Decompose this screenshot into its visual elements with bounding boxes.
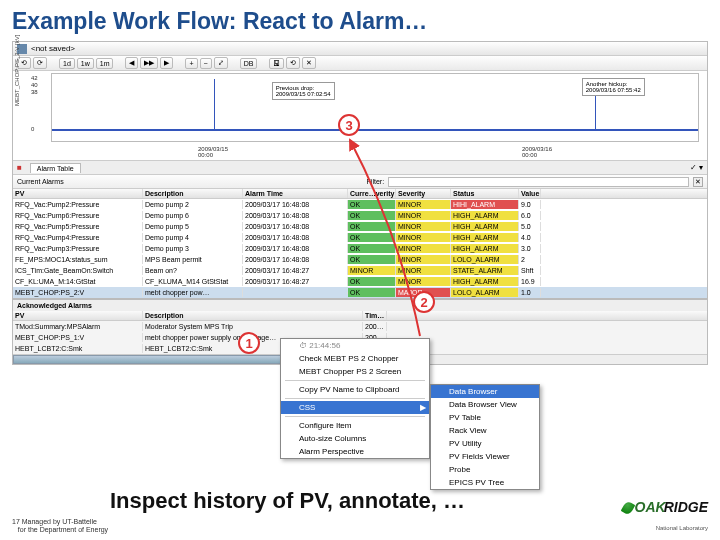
menu-item[interactable]: PV Fields Viewer bbox=[431, 450, 539, 463]
toolbar: ⟲ ⟳ 1d 1w 1m ◀ ▶▶ ▶ + − ⤢ DB 🖫 ⟲ ✕ bbox=[13, 56, 707, 71]
data-spike bbox=[214, 79, 215, 131]
annotation-prev: Previous drop: 2009/03/15 07:02:54 bbox=[272, 82, 335, 100]
window-title: <not saved> bbox=[31, 44, 75, 53]
context-submenu-css[interactable]: Data BrowserData Browser ViewPV TableRac… bbox=[430, 384, 540, 490]
ack-col-desc[interactable]: Description bbox=[143, 311, 363, 320]
plot-area[interactable]: Previous drop: 2009/03/15 07:02:54 Anoth… bbox=[51, 73, 699, 142]
leaf-icon bbox=[620, 500, 635, 515]
window-titlebar[interactable]: <not saved> bbox=[13, 42, 707, 56]
menu-item[interactable]: Alarm Perspective bbox=[281, 445, 429, 458]
tool-zoom-out[interactable]: − bbox=[200, 58, 212, 69]
menu-item[interactable]: Probe bbox=[431, 463, 539, 476]
col-stat[interactable]: Status bbox=[451, 189, 519, 198]
current-alarms-label: Current Alarms bbox=[17, 178, 64, 185]
tool-1m[interactable]: 1m bbox=[96, 58, 114, 69]
tool-1d[interactable]: 1d bbox=[59, 58, 75, 69]
ornl-logo: OAKRIDGE National Laboratory bbox=[623, 498, 708, 534]
menu-item[interactable]: Configure Item bbox=[281, 419, 429, 432]
col-desc[interactable]: Description bbox=[143, 189, 243, 198]
menu-item[interactable]: PV Table bbox=[431, 411, 539, 424]
slide-footer: 17 Managed by UT-Battelle for the Depart… bbox=[12, 518, 108, 534]
tool-ff[interactable]: ▶▶ bbox=[140, 57, 158, 69]
arrow-2-to-3 bbox=[340, 136, 440, 346]
ack-col-pv[interactable]: PV bbox=[13, 311, 143, 320]
col-pv[interactable]: PV bbox=[13, 189, 143, 198]
menu-item[interactable]: CSS▶ bbox=[281, 401, 429, 414]
menu-item[interactable]: Data Browser View bbox=[431, 398, 539, 411]
slide-subtitle: Inspect history of PV, annotate, … bbox=[110, 488, 465, 514]
menu-item[interactable]: Data Browser bbox=[431, 385, 539, 398]
tool-1w[interactable]: 1w bbox=[77, 58, 94, 69]
menu-item[interactable]: EPICS PV Tree bbox=[431, 476, 539, 489]
marker-2: 2 bbox=[413, 291, 435, 313]
tool-refresh[interactable]: ⟲ bbox=[286, 57, 300, 69]
tool-save[interactable]: 🖫 bbox=[269, 58, 284, 69]
col-val[interactable]: Value bbox=[519, 189, 541, 198]
menu-item[interactable]: Auto-size Columns bbox=[281, 432, 429, 445]
context-menu[interactable]: ⏱ 21:44:56Check MEBT PS 2 ChopperMEBT Ch… bbox=[280, 338, 430, 459]
tool-db[interactable]: DB bbox=[240, 58, 258, 69]
filter-clear[interactable]: ✕ bbox=[693, 177, 703, 187]
tool-zoom-in[interactable]: + bbox=[185, 58, 197, 69]
menu-item[interactable]: Check MEBT PS 2 Chopper bbox=[281, 352, 429, 365]
menu-item[interactable]: Rack View bbox=[431, 424, 539, 437]
y-axis-label: MEBT_CHOP:PS_2:V [kV] bbox=[14, 35, 20, 106]
slide-title: Example Work Flow: React to Alarm… bbox=[0, 0, 720, 39]
series-line bbox=[52, 129, 698, 131]
marker-1: 1 bbox=[238, 332, 260, 354]
tool-fit[interactable]: ⤢ bbox=[214, 57, 228, 69]
tool-fwd[interactable]: ▶ bbox=[160, 57, 173, 69]
y-axis-ticks: 424038 0 bbox=[31, 75, 38, 133]
tool-back[interactable]: ◀ bbox=[125, 57, 138, 69]
menu-item[interactable]: Copy PV Name to Clipboard bbox=[281, 383, 429, 396]
menu-item[interactable]: PV Utility bbox=[431, 437, 539, 450]
tool-redo[interactable]: ⟳ bbox=[33, 57, 47, 69]
marker-3: 3 bbox=[338, 114, 360, 136]
annotation-next: Another hickup: 2009/03/16 07:55:42 bbox=[582, 78, 645, 96]
menu-item[interactable]: MEBT Chopper PS 2 Screen bbox=[281, 365, 429, 378]
tab-alarm-table[interactable]: Alarm Table bbox=[30, 163, 81, 173]
col-time[interactable]: Alarm Time bbox=[243, 189, 348, 198]
tool-close[interactable]: ✕ bbox=[302, 57, 316, 69]
